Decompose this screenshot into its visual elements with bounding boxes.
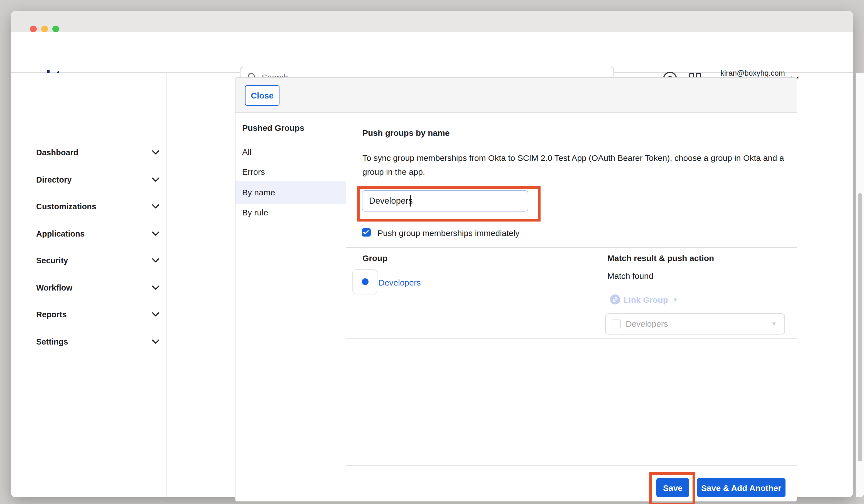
row-bottom-border xyxy=(346,338,797,339)
save-button[interactable]: Save xyxy=(656,478,689,497)
panel-divider xyxy=(346,113,346,502)
chevron-down-icon xyxy=(152,339,159,344)
pushed-groups-item-all[interactable]: All xyxy=(236,141,346,161)
pushed-groups-item-by-rule[interactable]: By rule xyxy=(236,202,346,223)
push-immediately-label: Push group memberships immediately xyxy=(377,228,519,238)
text-cursor xyxy=(410,195,410,206)
column-header-match: Match result & push action xyxy=(607,253,714,262)
app-window: okta ? kiran@boxyhq.com okta-dev-2090126… xyxy=(11,11,853,497)
chevron-down-icon xyxy=(152,177,159,182)
sidebar-item-reports[interactable]: Reports xyxy=(36,310,167,320)
app-header: okta ? kiran@boxyhq.com okta-dev-2090126… xyxy=(11,32,853,73)
chevron-down-icon xyxy=(152,150,159,155)
sidebar-item-dashboard[interactable]: Dashboard xyxy=(36,147,167,157)
push-groups-panel: Close Pushed Groups All Errors By name B… xyxy=(235,77,797,502)
selected-group-value: Developers xyxy=(626,319,771,328)
group-name-link[interactable]: Developers xyxy=(379,277,421,287)
sidebar-nav: Dashboard Directory Customizations Appli… xyxy=(22,73,167,497)
footer-top-border xyxy=(346,468,797,469)
scrollbar-thumb[interactable] xyxy=(857,193,862,461)
checkmark-icon xyxy=(363,230,369,235)
page-title: Push groups by name xyxy=(362,128,449,137)
minimize-window-icon[interactable] xyxy=(41,26,48,32)
pushed-groups-item-errors[interactable]: Errors xyxy=(236,162,346,182)
sidebar-item-settings[interactable]: Settings xyxy=(36,336,167,347)
pushed-groups-item-by-name[interactable]: By name xyxy=(236,181,346,204)
link-icon xyxy=(610,295,620,304)
link-group-caret-icon: ▼ xyxy=(672,296,678,302)
window-titlebar xyxy=(11,11,853,32)
close-button[interactable]: Close xyxy=(245,85,279,106)
user-email: kiran@boxyhq.com xyxy=(701,68,785,77)
chevron-down-icon xyxy=(152,312,159,317)
select-caret-icon: ▼ xyxy=(771,321,777,327)
chevron-down-icon xyxy=(152,258,159,263)
close-window-icon[interactable] xyxy=(30,26,37,32)
chevron-down-icon xyxy=(152,204,159,209)
sidebar-item-workflow[interactable]: Workflow xyxy=(36,283,167,292)
sidebar-item-applications[interactable]: Applications xyxy=(36,228,167,239)
save-add-another-button[interactable]: Save & Add Another xyxy=(697,478,785,497)
link-group-button[interactable]: Link Group ▼ xyxy=(610,295,678,304)
table-header-border xyxy=(346,268,797,268)
chevron-down-icon xyxy=(152,285,159,290)
pushed-groups-title: Pushed Groups xyxy=(242,123,304,132)
target-group-select[interactable]: Developers ▼ xyxy=(605,313,785,334)
group-checkbox-icon xyxy=(612,319,621,328)
panel-toolbar: Close xyxy=(236,78,797,113)
screen: okta ? kiran@boxyhq.com okta-dev-2090126… xyxy=(0,0,864,504)
chevron-down-icon xyxy=(152,231,159,236)
sidebar-item-directory[interactable]: Directory xyxy=(36,175,167,184)
column-header-group: Group xyxy=(362,253,387,262)
sidebar-item-security[interactable]: Security xyxy=(36,255,167,265)
description-text: To sync group memberships from Okta to S… xyxy=(362,152,802,179)
sidebar-item-customizations[interactable]: Customizations xyxy=(36,202,167,212)
push-immediately-checkbox[interactable] xyxy=(362,228,371,237)
match-result-text: Match found xyxy=(607,271,653,280)
table-bottom-border xyxy=(346,465,797,466)
okta-group-donut-icon xyxy=(362,278,368,285)
zoom-window-icon[interactable] xyxy=(52,26,59,32)
table-top-border xyxy=(346,247,797,248)
group-name-input[interactable] xyxy=(362,190,528,212)
link-group-label: Link Group xyxy=(624,295,668,304)
group-icon xyxy=(352,269,377,294)
